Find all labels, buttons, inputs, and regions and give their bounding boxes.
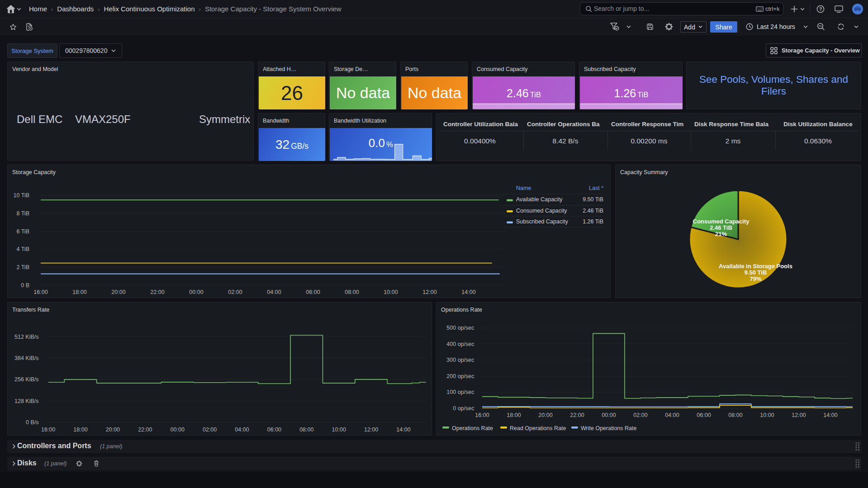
svg-text:100 op/sec: 100 op/sec (446, 389, 474, 395)
svg-text:79%: 79% (749, 275, 761, 282)
svg-text:0 B/s: 0 B/s (26, 419, 39, 426)
svg-text:22:00: 22:00 (150, 289, 164, 295)
svg-text:10:00: 10:00 (332, 426, 346, 433)
svg-text:Available Capacity: Available Capacity (516, 196, 563, 203)
svg-text:1.26 TiB: 1.26 TiB (583, 218, 603, 225)
svg-text:9.50 TiB: 9.50 TiB (745, 269, 767, 276)
svg-text:200 op/sec: 200 op/sec (446, 373, 474, 379)
svg-text:20:00: 20:00 (111, 289, 125, 295)
svg-text:18:00: 18:00 (72, 289, 86, 295)
svg-text:Consumed Capacity: Consumed Capacity (516, 208, 567, 214)
svg-text:02:00: 02:00 (228, 289, 242, 295)
svg-text:0 op/sec: 0 op/sec (453, 405, 474, 412)
svg-text:12:00: 12:00 (422, 289, 436, 295)
svg-text:14:00: 14:00 (396, 426, 410, 433)
svg-text:Read Operations Rate: Read Operations Rate (510, 425, 566, 431)
svg-text:12:00: 12:00 (364, 426, 378, 433)
svg-text:Operations Rate: Operations Rate (452, 425, 493, 431)
svg-text:00:00: 00:00 (602, 412, 616, 418)
svg-text:?: ? (819, 6, 822, 12)
svg-text:04:00: 04:00 (267, 289, 281, 295)
svg-text:22:00: 22:00 (570, 412, 584, 418)
svg-text:00:00: 00:00 (171, 426, 185, 433)
svg-text:Subscribed Capacity: Subscribed Capacity (516, 218, 568, 225)
svg-text:4 TiB: 4 TiB (17, 246, 30, 252)
svg-text:02:00: 02:00 (203, 426, 217, 433)
svg-text:9.50 TiB: 9.50 TiB (583, 196, 603, 203)
svg-text:22:00: 22:00 (138, 426, 152, 433)
svg-text:04:00: 04:00 (665, 412, 679, 418)
svg-text:Last *: Last * (589, 185, 603, 191)
svg-text:Available in Storage Pools: Available in Storage Pools (719, 263, 792, 270)
svg-text:12:00: 12:00 (792, 412, 806, 418)
svg-text:00:00: 00:00 (189, 289, 203, 295)
svg-text:08:00: 08:00 (345, 289, 359, 295)
svg-text:6 TiB: 6 TiB (17, 228, 30, 235)
svg-text:2 TiB: 2 TiB (17, 264, 30, 270)
svg-text:18:00: 18:00 (73, 426, 87, 433)
svg-text:400 op/sec: 400 op/sec (446, 341, 474, 347)
svg-text:06:00: 06:00 (267, 426, 281, 433)
svg-text:10:00: 10:00 (384, 289, 398, 295)
svg-text:256 KiB/s: 256 KiB/s (14, 376, 39, 383)
svg-text:Write Operations Rate: Write Operations Rate (581, 425, 636, 431)
svg-text:10 TiB: 10 TiB (14, 192, 29, 199)
svg-text:Consumed Capacity: Consumed Capacity (693, 218, 750, 225)
svg-text:16:00: 16:00 (41, 426, 55, 433)
svg-text:2.46 TiB: 2.46 TiB (583, 208, 603, 214)
svg-text:02:00: 02:00 (633, 412, 647, 418)
svg-text:0 B: 0 B (21, 282, 29, 289)
svg-text:2.46 TiB: 2.46 TiB (710, 224, 732, 231)
svg-text:20:00: 20:00 (106, 426, 120, 433)
svg-text:14:00: 14:00 (461, 289, 475, 295)
svg-text:128 KiB/s: 128 KiB/s (14, 398, 39, 404)
svg-text:04:00: 04:00 (235, 426, 249, 433)
svg-text:08:00: 08:00 (728, 412, 742, 418)
svg-text:21%: 21% (715, 231, 727, 237)
svg-text:06:00: 06:00 (697, 412, 711, 418)
svg-text:06:00: 06:00 (306, 289, 320, 295)
svg-text:18:00: 18:00 (507, 412, 521, 418)
svg-text:16:00: 16:00 (33, 289, 47, 295)
svg-text:10:00: 10:00 (760, 412, 774, 418)
svg-text:20:00: 20:00 (538, 412, 552, 418)
svg-text:8 TiB: 8 TiB (17, 210, 30, 217)
svg-text:300 op/sec: 300 op/sec (446, 357, 474, 363)
svg-text:384 KiB/s: 384 KiB/s (14, 355, 39, 361)
svg-text:14:00: 14:00 (823, 412, 837, 418)
svg-text:16:00: 16:00 (475, 412, 489, 418)
svg-text:08:00: 08:00 (299, 426, 313, 433)
svg-text:500 op/sec: 500 op/sec (446, 325, 474, 331)
svg-text:Name: Name (516, 185, 531, 191)
svg-text:512 KiB/s: 512 KiB/s (14, 334, 39, 340)
